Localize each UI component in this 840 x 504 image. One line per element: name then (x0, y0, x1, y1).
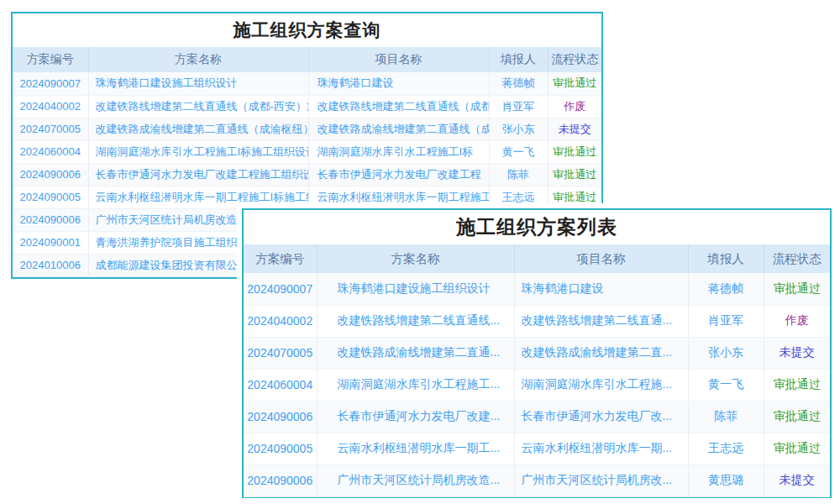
cell-plan-name: 改建铁路成渝线增建第二直通线（成渝枢纽） (88, 118, 308, 140)
table-row[interactable]: 2024040002改建铁路线增建第二线直通线（成都-西安）施改建铁路线增建第二… (13, 95, 601, 118)
cell-status: 审批通过 (548, 186, 601, 208)
column-header-3: 填报人 (688, 244, 764, 273)
cell-reporter: 蒋德帧 (688, 273, 764, 305)
cell-reporter: 黄思璐 (688, 465, 764, 496)
cell-reporter: 肖亚军 (688, 305, 764, 337)
cell-reporter: 陈菲 (489, 163, 548, 186)
cell-plan-id: 2024090006 (244, 401, 317, 433)
cell-status: 审批通过 (548, 140, 601, 163)
cell-plan-name: 改建铁路线增建第二线直通线... (317, 305, 514, 337)
cell-plan-name: 云南水利枢纽潜明水库一期工... (317, 433, 514, 465)
plan-list-panel: 施工组织方案列表 方案编号方案名称项目名称填报人流程状态 2024090007珠… (242, 208, 832, 498)
cell-plan-id: 2024070005 (244, 337, 317, 369)
table-row[interactable]: 2024070005改建铁路成渝线增建第二直通线（成渝枢纽）改建铁路成渝线增建第… (13, 118, 601, 140)
cell-plan-id: 2024060004 (13, 140, 88, 163)
cell-project-name: 湖南洞庭湖水库引水工程施工I标 (308, 140, 489, 163)
cell-reporter: 蒋德帧 (489, 72, 548, 95)
cell-reporter: 张小东 (688, 337, 764, 369)
column-header-4: 流程状态 (764, 244, 830, 273)
column-header-4: 流程状态 (548, 47, 601, 72)
cell-reporter: 陈菲 (688, 401, 764, 433)
cell-status: 未提交 (764, 337, 830, 369)
cell-plan-name: 珠海鹤港口建设施工组织设计 (317, 273, 514, 305)
cell-status: 审批通过 (548, 163, 601, 186)
column-header-2: 项目名称 (514, 244, 688, 273)
table-row[interactable]: 2024090005云南水利枢纽潜明水库一期工...云南水利枢纽潜明水库一期..… (244, 433, 830, 465)
cell-plan-id: 2024070005 (13, 118, 88, 140)
table-row[interactable]: 2024090005云南水利枢纽潜明水库一期工程施工I标施工组织云南水利枢纽潜明… (13, 186, 601, 208)
cell-reporter: 黄一飞 (489, 140, 548, 163)
cell-project-name: 长春市伊通河水力发电厂改建工程 (308, 163, 489, 186)
table-row[interactable]: 2024090007珠海鹤港口建设施工组织设计珠海鹤港口建设蒋德帧审批通过 (13, 72, 601, 95)
cell-reporter: 王志远 (688, 433, 764, 465)
cell-status: 未提交 (764, 465, 830, 496)
cell-plan-id: 2024090006 (13, 208, 88, 231)
table-row[interactable]: 2024070005改建铁路成渝线增建第二直通...改建铁路成渝线增建第二直..… (244, 337, 830, 369)
cell-plan-name: 湖南洞庭湖水库引水工程施工... (317, 369, 514, 401)
cell-project-name: 云南水利枢纽潜明水库一期... (514, 433, 688, 465)
cell-status: 作废 (764, 305, 830, 337)
cell-plan-name: 改建铁路成渝线增建第二直通... (317, 337, 514, 369)
cell-plan-id: 2024090005 (244, 433, 317, 465)
cell-reporter: 王志远 (489, 186, 548, 208)
column-header-0: 方案编号 (13, 47, 88, 72)
table-row[interactable]: 2024090006广州市天河区统计局机房改造...广州市天河区统计局机房改..… (244, 465, 830, 496)
cell-plan-id: 2024090001 (13, 231, 88, 254)
table-row[interactable]: 2024060004湖南洞庭湖水库引水工程施工I标施工组织设计湖南洞庭湖水库引水… (13, 140, 601, 163)
cell-project-name: 改建铁路成渝线增建第二直... (514, 337, 688, 369)
cell-plan-name: 湖南洞庭湖水库引水工程施工I标施工组织设计 (88, 140, 308, 163)
cell-status: 审批通过 (764, 369, 830, 401)
cell-status: 审批通过 (548, 72, 601, 95)
table-row[interactable]: 2024090006长春市伊通河水力发电厂改建工程施工组织设计长春市伊通河水力发… (13, 163, 601, 186)
column-header-3: 填报人 (489, 47, 548, 72)
cell-plan-id: 2024090007 (13, 72, 88, 95)
cell-plan-name: 珠海鹤港口建设施工组织设计 (88, 72, 308, 95)
cell-project-name: 云南水利枢纽潜明水库一期工程施工 (308, 186, 489, 208)
plan-query-table-header: 方案编号方案名称项目名称填报人流程状态 (13, 47, 601, 72)
column-header-0: 方案编号 (244, 244, 317, 273)
cell-status: 审批通过 (764, 401, 830, 433)
cell-plan-id: 2024090006 (13, 163, 88, 186)
plan-list-table: 方案编号方案名称项目名称填报人流程状态 2024090007珠海鹤港口建设施工组… (244, 244, 830, 497)
cell-plan-id: 2024090007 (244, 273, 317, 305)
cell-reporter: 张小东 (489, 118, 548, 140)
cell-plan-id: 2024040002 (244, 305, 317, 337)
cell-project-name: 改建铁路线增建第二线直通... (514, 305, 688, 337)
table-row[interactable]: 2024060004湖南洞庭湖水库引水工程施工...湖南洞庭湖水库引水工程施..… (244, 369, 830, 401)
column-header-2: 项目名称 (308, 47, 489, 72)
plan-list-table-header: 方案编号方案名称项目名称填报人流程状态 (244, 244, 830, 273)
table-row[interactable]: 2024090007珠海鹤港口建设施工组织设计珠海鹤港口建设蒋德帧审批通过 (244, 273, 830, 305)
cell-project-name: 改建铁路成渝线增建第二直通线（成渝枢纽） (308, 118, 489, 140)
column-header-1: 方案名称 (317, 244, 514, 273)
column-header-1: 方案名称 (88, 47, 308, 72)
cell-project-name: 珠海鹤港口建设 (514, 273, 688, 305)
cell-project-name: 广州市天河区统计局机房改... (514, 465, 688, 496)
cell-status: 审批通过 (764, 433, 830, 465)
cell-plan-name: 长春市伊通河水力发电厂改建... (317, 401, 514, 433)
cell-plan-id: 2024090005 (13, 186, 88, 208)
table-row[interactable]: 2024090006长春市伊通河水力发电厂改建...长春市伊通河水力发电厂改..… (244, 401, 830, 433)
cell-status: 作废 (548, 95, 601, 118)
cell-plan-name: 广州市天河区统计局机房改造... (317, 465, 514, 496)
cell-reporter: 肖亚军 (489, 95, 548, 118)
cell-status: 未提交 (548, 118, 601, 140)
plan-query-title: 施工组织方案查询 (13, 13, 601, 47)
cell-plan-id: 2024090006 (244, 465, 317, 496)
cell-plan-id: 2024060004 (244, 369, 317, 401)
cell-project-name: 湖南洞庭湖水库引水工程施... (514, 369, 688, 401)
cell-project-name: 长春市伊通河水力发电厂改... (514, 401, 688, 433)
plan-list-table-body: 2024090007珠海鹤港口建设施工组织设计珠海鹤港口建设蒋德帧审批通过202… (244, 273, 830, 496)
cell-plan-name: 改建铁路线增建第二线直通线（成都-西安）施 (88, 95, 308, 118)
cell-plan-name: 长春市伊通河水力发电厂改建工程施工组织设计 (88, 163, 308, 186)
cell-plan-name: 云南水利枢纽潜明水库一期工程施工I标施工组织 (88, 186, 308, 208)
cell-status: 审批通过 (764, 273, 830, 305)
table-row[interactable]: 2024040002改建铁路线增建第二线直通线...改建铁路线增建第二线直通..… (244, 305, 830, 337)
cell-reporter: 黄一飞 (688, 369, 764, 401)
cell-plan-id: 2024010006 (13, 254, 88, 276)
cell-project-name: 珠海鹤港口建设 (308, 72, 489, 95)
cell-project-name: 改建铁路线增建第二线直通线（成都-西安） (308, 95, 489, 118)
cell-plan-id: 2024040002 (13, 95, 88, 118)
plan-list-title: 施工组织方案列表 (244, 210, 830, 244)
